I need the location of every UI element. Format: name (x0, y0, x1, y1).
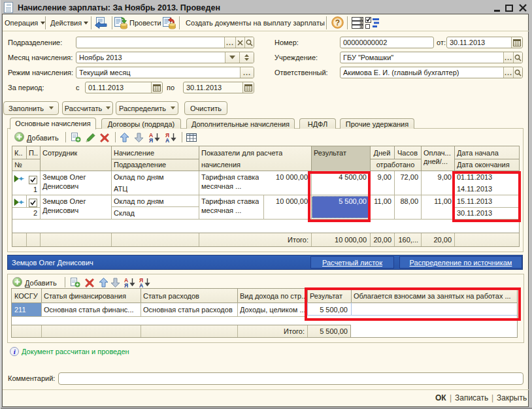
svg-text:Я: Я (124, 282, 128, 287)
svg-text:А: А (139, 282, 143, 287)
svg-text:Я: Я (149, 137, 153, 142)
svg-text:?: ? (335, 18, 340, 27)
svg-text:А: А (165, 137, 169, 142)
